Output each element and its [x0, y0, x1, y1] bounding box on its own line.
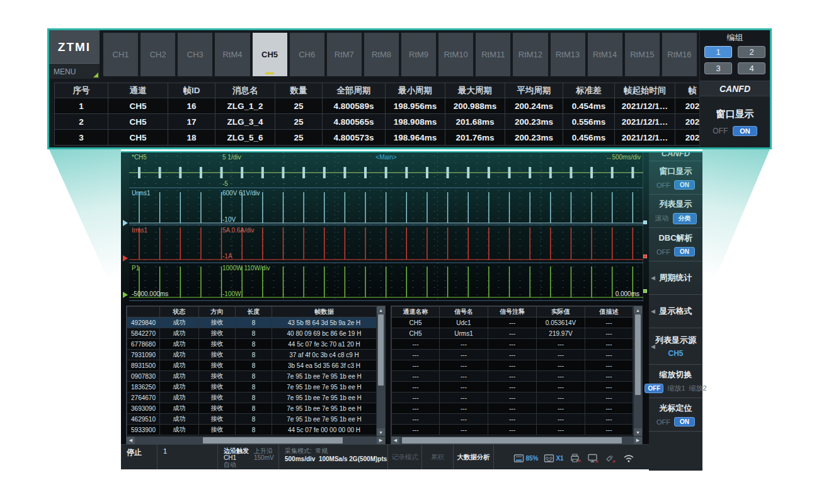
sidebar-item-dbc-parse[interactable]: DBC解析OFFON [649, 227, 702, 261]
sidebar-item-window-display[interactable]: 窗口显示OFFON [649, 161, 702, 194]
option-滚动[interactable]: 滚动 [655, 214, 669, 223]
scroll-down-icon[interactable]: ▼ [634, 428, 642, 436]
hscroll-thumb[interactable] [203, 437, 343, 444]
menu-button[interactable]: MENU [49, 64, 100, 79]
monitor-disconnected-icon[interactable]: ✕ [587, 454, 599, 463]
signal-table-row[interactable]: --------------- [392, 350, 633, 360]
frame-table-row[interactable]: 4629510成功接收87e 95 1b ee 7e 95 1b ee H [127, 414, 377, 425]
signal-table-row[interactable]: --------------- [392, 392, 633, 403]
option-on[interactable]: ON [674, 180, 695, 190]
signal-table-row[interactable]: --------------- [392, 414, 633, 425]
stats-table-row[interactable]: 2CH517ZLG_3_4254.800565s198.908ms201.68m… [55, 114, 700, 130]
signal-table-row[interactable]: --------------- [392, 339, 633, 350]
window-display-on[interactable]: ON [733, 126, 757, 136]
frame-table-row[interactable]: 3693090成功接收87e 95 1b ee 7e 95 1b ee H [127, 403, 377, 414]
frame-table-row[interactable]: 8931500成功接收83b 54 ea 5d 35 66 3f c3 H [127, 360, 377, 371]
scroll-right-icon[interactable]: ▶ [377, 437, 385, 444]
signal-table-row[interactable]: --------------- [392, 425, 633, 435]
option-分类[interactable]: 分类 [673, 213, 697, 224]
tab-ch3[interactable]: CH3 [177, 32, 213, 77]
tab-ch6[interactable]: CH6 [289, 32, 325, 77]
option-缩放2[interactable]: 缩放2 [689, 384, 707, 393]
sidebar-item-zoom-switch[interactable]: 缩放切换OFF缩放1缩放2 [649, 364, 702, 398]
option-off[interactable]: OFF [644, 384, 663, 393]
urms1-right-marker[interactable] [643, 220, 647, 224]
scroll-up-icon[interactable]: ▲ [377, 306, 385, 314]
tab-rtm7[interactable]: RtM7 [326, 32, 362, 77]
irms1-position-marker[interactable] [123, 255, 128, 261]
tab-ch2[interactable]: CH2 [140, 32, 176, 77]
frame-table-row[interactable]: 5842270成功接收840 80 09 69 bc 86 6e 19 H [127, 328, 377, 339]
group-button-3[interactable]: 3 [704, 62, 732, 74]
signal-table-row[interactable]: CH5Udc1---0.053614V--- [392, 318, 633, 328]
tab-ch5[interactable]: CH5 [252, 32, 288, 77]
signal-table-hscrollbar[interactable]: ◀ ▶ [391, 436, 642, 444]
sidebar-item-period-stats[interactable]: ◀周期统计 [649, 261, 702, 294]
group-button-2[interactable]: 2 [738, 46, 765, 58]
frame-table-row[interactable]: 7931090成功接收837 af 4f 0c 3b c4 c8 c9 H [127, 350, 377, 360]
tab-rtm12[interactable]: RtM12 [512, 32, 548, 77]
wifi-icon[interactable] [622, 454, 635, 463]
scroll-left-icon[interactable]: ◀ [127, 437, 135, 444]
window-display-panel[interactable]: 窗口显示 OFF ON [700, 96, 770, 147]
tab-rtm15[interactable]: RtM15 [624, 32, 660, 77]
signal-table-vscrollbar[interactable]: ▲ ▼ [633, 306, 642, 436]
frame-table-row[interactable]: 4929840成功接收843 5b f8 64 3d 5b 9a 2e H [127, 318, 377, 328]
option-缩放1[interactable]: 缩放1 [667, 384, 685, 393]
irms1-right-marker[interactable] [643, 255, 647, 258]
time-end-marker[interactable] [643, 289, 647, 293]
stats-table-row[interactable]: 1CH516ZLG_1_2254.800589s198.956ms200.988… [55, 98, 700, 114]
frame-table-row[interactable]: 6778680成功接收844 5c 07 fe 3c 70 a1 20 H [127, 339, 377, 350]
tab-rtm8[interactable]: RtM8 [364, 32, 399, 77]
record-mode-button[interactable]: 记录模式 [388, 445, 422, 469]
signal-table-row[interactable]: --------------- [392, 403, 633, 414]
vscroll-thumb[interactable] [378, 314, 384, 386]
frame-table-vscrollbar[interactable]: ▲ ▼ [376, 306, 385, 436]
frame-table-row[interactable]: 5933900成功接收844 5c 07 fe 00 00 00 00 H [127, 425, 377, 435]
frame-table-row[interactable]: 2764670成功接收87e 95 1b ee 7e 95 1b ee H [127, 392, 377, 403]
frame-table-row[interactable]: 1836250成功接收87e 95 1b ee 7e 95 1b ee H [127, 382, 377, 392]
gps-disconnected-icon[interactable]: ✕ [605, 454, 617, 463]
tab-ch1[interactable]: CH1 [103, 32, 139, 77]
option-off[interactable]: OFF [656, 418, 670, 426]
scroll-down-icon[interactable]: ▼ [377, 428, 385, 436]
frame-table-hscrollbar[interactable]: ◀ ▶ [127, 436, 385, 444]
accumulate-button[interactable]: 累积 [422, 445, 454, 469]
vscroll-thumb[interactable] [635, 314, 641, 395]
printer-disconnected-icon[interactable]: ✕ [570, 454, 581, 463]
run-state[interactable]: 停止 [121, 445, 158, 469]
option-on[interactable]: ON [674, 417, 695, 427]
signal-table-row[interactable]: --------------- [392, 371, 633, 382]
acquisition-info[interactable]: 采集模式: 常规 500ms/div 100MSa/s 2G(500M)pts [279, 445, 388, 469]
sidebar-item-cursor-position[interactable]: 光标定位OFFON [649, 398, 702, 431]
frame-table-row[interactable]: 0907830成功接收87e 95 1b ee 7e 95 1b ee H [127, 371, 377, 382]
option-off[interactable]: OFF [656, 181, 670, 189]
tab-rtm4[interactable]: RtM4 [214, 32, 250, 77]
sidebar-item-display-format[interactable]: ◀显示格式 [649, 294, 702, 328]
tab-rtm13[interactable]: RtM13 [550, 32, 586, 77]
option-off[interactable]: OFF [656, 248, 670, 256]
signal-table-row[interactable]: CH5Urms1---219.97V--- [392, 328, 633, 339]
signal-table-row[interactable]: --------------- [392, 382, 633, 392]
option-on[interactable]: ON [674, 247, 695, 256]
tab-rtm9[interactable]: RtM9 [401, 32, 437, 77]
trigger-info[interactable]: 边沿触发 CH1 自动 上升沿 150mV [218, 445, 279, 469]
scroll-up-icon[interactable]: ▲ [634, 306, 642, 314]
signal-table-row[interactable]: --------------- [392, 360, 633, 371]
sidebar-item-list-source[interactable]: ◀列表显示源CH5 [649, 328, 702, 364]
tab-rtm14[interactable]: RtM14 [587, 32, 623, 77]
group-button-1[interactable]: 1 [704, 46, 732, 58]
window-display-off[interactable]: OFF [713, 127, 728, 135]
tab-rtm16[interactable]: RtM16 [662, 32, 697, 77]
tab-rtm11[interactable]: RtM11 [475, 32, 511, 77]
tab-rtm10[interactable]: RtM10 [438, 32, 474, 77]
stats-table-row[interactable]: 3CH518ZLG_5_6254.800573s198.964ms201.76m… [55, 130, 700, 146]
p1-position-marker[interactable] [123, 292, 128, 298]
urms1-position-marker[interactable] [123, 220, 128, 226]
bigdata-analysis-button[interactable]: 大数据分析 [454, 445, 494, 469]
scroll-left-icon[interactable]: ◀ [391, 437, 399, 444]
sidebar-item-list-display[interactable]: 列表显示滚动分类 [649, 194, 702, 227]
scroll-right-icon[interactable]: ▶ [634, 437, 642, 444]
hscroll-thumb[interactable] [402, 437, 622, 444]
group-button-4[interactable]: 4 [738, 62, 765, 74]
